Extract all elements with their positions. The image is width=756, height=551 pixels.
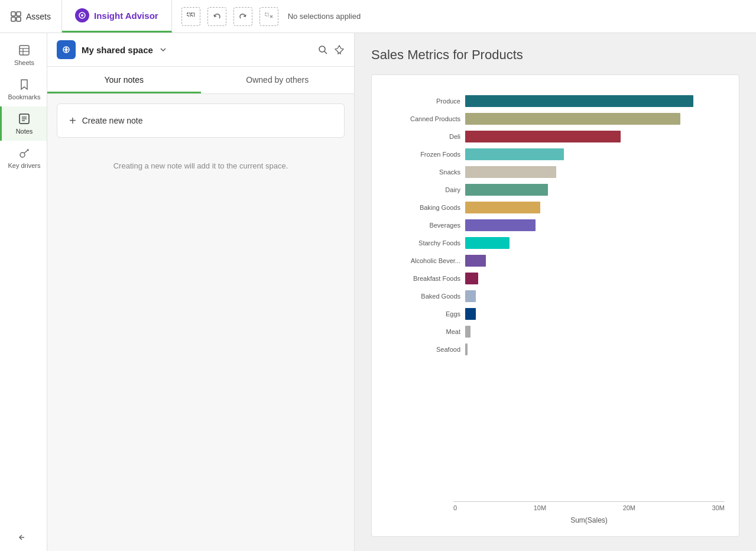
bar-track	[465, 343, 725, 355]
bar-track	[465, 113, 725, 125]
icon-sidebar: Sheets Bookmarks Notes Key dr	[0, 33, 47, 551]
bar-track	[465, 273, 725, 284]
bar-row: Snacks	[384, 166, 725, 178]
bar-track	[465, 308, 725, 320]
bar-row: Meat	[384, 326, 725, 338]
plus-icon: +	[69, 115, 76, 127]
svg-line-20	[24, 150, 28, 153]
bar-fill	[465, 95, 693, 107]
cancel-selections-icon	[264, 12, 274, 21]
bar-label: Seafood	[384, 346, 460, 353]
insight-advisor-label: Insight Advisor	[94, 11, 158, 21]
svg-rect-3	[17, 17, 21, 21]
forward-button[interactable]	[233, 7, 252, 26]
select-icon	[186, 12, 196, 21]
sidebar-item-notes[interactable]: Notes	[0, 106, 47, 141]
bar-label: Alcoholic Bever...	[384, 257, 460, 264]
x-axis: 010M20M30M	[372, 501, 725, 511]
assets-button[interactable]: Assets	[0, 0, 62, 33]
svg-rect-11	[20, 46, 29, 55]
bar-fill	[465, 326, 471, 338]
back-button[interactable]	[207, 7, 226, 26]
notes-tabs: Your notes Owned by others	[47, 67, 354, 94]
bar-fill	[465, 290, 476, 302]
notes-hint: Creating a new note will add it to the c…	[57, 150, 345, 182]
sidebar-item-key-drivers[interactable]: Key drivers	[0, 141, 47, 175]
svg-rect-6	[187, 13, 190, 16]
bar-row: Baking Goods	[384, 202, 725, 213]
create-note-button[interactable]: + Create new note	[57, 103, 345, 138]
bar-label: Meat	[384, 328, 460, 335]
notes-body: + Create new note Creating a new note wi…	[47, 94, 354, 551]
svg-rect-0	[11, 12, 15, 16]
bar-fill	[465, 202, 540, 213]
create-note-label: Create new note	[82, 116, 143, 125]
tab-your-notes[interactable]: Your notes	[47, 67, 201, 93]
space-dropdown-button[interactable]	[159, 46, 167, 54]
insight-advisor-icon	[75, 8, 89, 22]
bar-label: Starchy Foods	[384, 239, 460, 247]
search-notes-button[interactable]	[317, 44, 328, 55]
bar-fill	[465, 255, 486, 267]
collapse-icon	[18, 532, 29, 543]
bar-row: Dairy	[384, 184, 725, 196]
tab-owned-by-others[interactable]: Owned by others	[201, 67, 355, 93]
bar-label: Beverages	[384, 222, 460, 229]
collapse-sidebar-button[interactable]	[0, 524, 47, 551]
bar-label: Canned Products	[384, 115, 460, 122]
insight-advisor-tab[interactable]: Insight Advisor	[62, 0, 172, 33]
bar-row: Deli	[384, 131, 725, 142]
bar-row: Seafood	[384, 343, 725, 355]
redo-icon	[238, 12, 248, 21]
pin-icon	[334, 44, 345, 55]
sheets-label: Sheets	[14, 59, 34, 66]
svg-point-5	[81, 14, 83, 17]
x-axis-label: Sum(Sales)	[372, 516, 725, 524]
bar-track	[465, 131, 725, 142]
bar-fill	[465, 113, 680, 125]
topbar-actions: No selections applied	[172, 7, 756, 26]
bar-label: Eggs	[384, 310, 460, 317]
x-tick: 10M	[534, 504, 546, 511]
bar-label: Deli	[384, 133, 460, 140]
owned-by-others-tab-label: Owned by others	[246, 75, 309, 85]
bar-fill	[465, 166, 556, 178]
chart-container: ProduceCanned ProductsDeliFrozen FoodsSn…	[371, 74, 739, 537]
svg-rect-7	[192, 13, 194, 16]
bar-track	[465, 148, 725, 160]
svg-rect-1	[17, 12, 21, 16]
bar-fill	[465, 148, 564, 160]
bar-label: Produce	[384, 98, 460, 105]
bar-label: Baked Goods	[384, 293, 460, 300]
topbar: Assets Insight Advisor	[0, 0, 756, 33]
bar-row: Alcoholic Bever...	[384, 255, 725, 267]
bar-row: Breakfast Foods	[384, 273, 725, 284]
key-drivers-icon	[18, 147, 31, 160]
bar-track	[465, 255, 725, 267]
bar-fill	[465, 184, 548, 196]
bar-track	[465, 95, 725, 107]
x-tick: 20M	[623, 504, 635, 511]
bar-row: Canned Products	[384, 113, 725, 125]
bar-label: Baking Goods	[384, 204, 460, 211]
bar-label: Frozen Foods	[384, 151, 460, 158]
clear-selections-button[interactable]	[259, 7, 278, 26]
bar-track	[465, 326, 725, 338]
grid-icon	[11, 11, 21, 22]
bar-row: Beverages	[384, 219, 725, 231]
header-icons	[317, 44, 345, 55]
svg-point-19	[20, 153, 25, 157]
notes-label: Notes	[16, 128, 33, 135]
pin-button[interactable]	[334, 44, 345, 55]
bar-fill	[465, 219, 536, 231]
chevron-down-icon	[159, 46, 167, 54]
sidebar-item-bookmarks[interactable]: Bookmarks	[0, 72, 47, 106]
sidebar-item-sheets[interactable]: Sheets	[0, 38, 47, 72]
svg-rect-8	[265, 13, 268, 16]
assets-label: Assets	[26, 12, 51, 21]
bar-row: Baked Goods	[384, 290, 725, 302]
selection-mode-button[interactable]	[181, 7, 200, 26]
bar-row: Produce	[384, 95, 725, 107]
main-layout: Sheets Bookmarks Notes Key dr	[0, 33, 756, 551]
bar-track	[465, 202, 725, 213]
